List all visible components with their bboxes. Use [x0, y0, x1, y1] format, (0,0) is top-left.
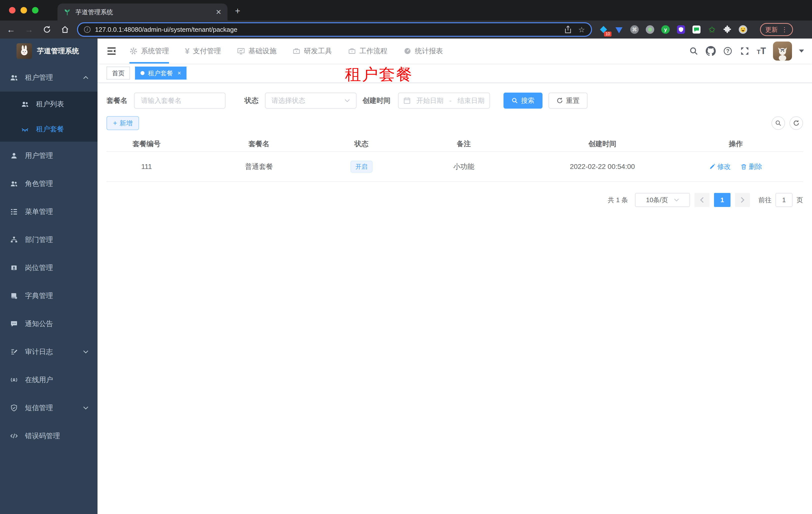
sidebar-item-notice[interactable]: 通知公告 — [0, 310, 97, 338]
back-icon[interactable]: ← — [4, 23, 18, 36]
column-header: 备注 — [391, 136, 536, 152]
tag-close-icon[interactable]: × — [177, 70, 181, 77]
navbar-right-icons: ? TT — [689, 42, 812, 60]
sidebar-item-tenant-package[interactable]: 租户套餐 — [0, 117, 97, 142]
goto-page-input[interactable] — [776, 193, 792, 207]
avatar-caret-down-icon[interactable] — [799, 50, 804, 53]
bookmark-star-icon[interactable]: ☆ — [578, 25, 585, 34]
extension-chat-icon[interactable] — [692, 25, 701, 34]
sidebar-item-dict-management[interactable]: 字典管理 — [0, 282, 97, 310]
gear-icon — [129, 47, 138, 55]
nav-item-workflow[interactable]: 工作流程 — [348, 38, 387, 63]
sidebar-item-menu-management[interactable]: 菜单管理 — [0, 198, 97, 226]
page-number-button[interactable]: 1 — [714, 193, 730, 207]
sidebar-item-sms-management[interactable]: 短信管理 — [0, 394, 97, 422]
chevron-left-icon — [700, 197, 704, 203]
page-size-select[interactable]: 10条/页 — [635, 193, 690, 207]
nav-item-system[interactable]: 系统管理 — [129, 38, 169, 63]
extension-gem-icon[interactable] — [614, 25, 624, 34]
share-icon[interactable] — [564, 26, 572, 33]
sidebar-item-post-management[interactable]: 岗位管理 — [0, 254, 97, 282]
reset-button-label: 重置 — [566, 96, 580, 105]
browser-update-button[interactable]: 更新 ⋮ — [760, 23, 793, 36]
column-header: 套餐名 — [186, 136, 331, 152]
extension-smiley-icon[interactable] — [738, 25, 748, 34]
browser-tab[interactable]: 芋道管理系统 ✕ — [58, 3, 228, 21]
fullscreen-icon[interactable] — [740, 46, 750, 56]
extension-star-icon[interactable]: ✩ — [707, 25, 717, 34]
github-icon[interactable] — [706, 46, 716, 56]
window-zoom-button[interactable] — [32, 7, 38, 13]
show-search-icon[interactable] — [772, 116, 785, 130]
extension-command-icon[interactable]: ⌘ — [630, 25, 639, 34]
date-end-placeholder: 结束日期 — [458, 96, 485, 105]
user-avatar[interactable] — [773, 42, 792, 60]
sidebar-collapse-icon[interactable] — [97, 47, 116, 55]
extension-y-icon[interactable]: y — [661, 25, 670, 34]
edit-link[interactable]: 修改 — [709, 162, 731, 171]
cell-status: 开启 — [331, 152, 392, 182]
package-name-input[interactable] — [141, 97, 219, 105]
add-button[interactable]: + 新增 — [107, 116, 139, 130]
forward-icon[interactable]: → — [22, 23, 36, 36]
sidebar: 芋道管理系统 租户管理 — [0, 38, 97, 514]
tag-home[interactable]: 首页 — [107, 66, 130, 80]
tab-favicon-plant-icon — [63, 8, 71, 16]
home-icon[interactable] — [58, 23, 72, 36]
edit-link-label: 修改 — [717, 162, 731, 171]
peoples-icon — [10, 180, 18, 188]
browser-menu-icon[interactable]: ⋮ — [781, 26, 788, 33]
status-select[interactable]: 请选择状态 — [265, 92, 356, 109]
date-start-placeholder: 开始日期 — [416, 96, 443, 105]
sidebar-item-label: 租户列表 — [36, 99, 64, 109]
page-unit-label: 页 — [796, 196, 803, 205]
sidebar-item-role-management[interactable]: 角色管理 — [0, 170, 97, 198]
sidebar-item-label: 通知公告 — [25, 319, 53, 329]
help-icon[interactable]: ? — [723, 46, 733, 56]
reload-icon[interactable] — [40, 23, 54, 36]
tag-tenant-package[interactable]: 租户套餐 × — [135, 66, 186, 80]
nav-item-dev-tools[interactable]: 研发工具 — [292, 38, 332, 63]
refresh-table-icon[interactable] — [789, 116, 803, 130]
sidebar-item-tenant-management[interactable]: 租户管理 — [0, 63, 97, 91]
font-size-icon[interactable]: TT — [757, 47, 766, 56]
sidebar-item-department-management[interactable]: 部门管理 — [0, 226, 97, 254]
window-minimize-button[interactable] — [21, 7, 27, 13]
delete-link[interactable]: 删除 — [741, 162, 762, 171]
extension-dot-icon[interactable] — [645, 25, 655, 34]
sidebar-item-audit-log[interactable]: 审计日志 — [0, 338, 97, 366]
app-window: 芋道管理系统 租户管理 — [0, 38, 812, 514]
new-tab-button[interactable]: + — [235, 6, 240, 16]
tab-title: 芋道管理系统 — [76, 8, 212, 16]
tenant-submenu: 租户列表 租户套餐 — [0, 91, 97, 142]
column-header: 状态 — [331, 136, 392, 152]
create-time-range-picker[interactable]: 开始日期 - 结束日期 — [398, 92, 490, 109]
address-bar[interactable]: i 127.0.0.1:48080/admin-ui/system/tenant… — [77, 22, 592, 37]
sidebar-item-error-code[interactable]: 错误码管理 — [0, 422, 97, 450]
lashes-icon — [21, 125, 29, 133]
nav-item-payment[interactable]: ¥ 支付管理 — [185, 38, 221, 63]
nav-item-reports[interactable]: 统计报表 — [404, 38, 443, 63]
logo-rabbit-image — [17, 43, 32, 59]
url-text[interactable]: 127.0.0.1:48080/admin-ui/system/tenant/p… — [95, 26, 564, 33]
cell-package-id: 111 — [107, 152, 186, 182]
extensions-puzzle-icon[interactable] — [723, 25, 732, 34]
extension-shield-icon[interactable] — [676, 25, 686, 34]
header-search-icon[interactable] — [689, 46, 699, 56]
next-page-button[interactable] — [735, 193, 750, 207]
logo-row[interactable]: 芋道管理系统 — [0, 38, 97, 63]
reset-button[interactable]: 重置 — [549, 92, 587, 109]
sidebar-item-user-management[interactable]: 用户管理 — [0, 142, 97, 170]
tab-close-icon[interactable]: ✕ — [216, 8, 222, 16]
sidebar-item-label: 部门管理 — [25, 235, 53, 244]
window-close-button[interactable] — [9, 7, 16, 13]
site-info-icon[interactable]: i — [84, 26, 90, 33]
sidebar-item-online-users[interactable]: 在线用户 — [0, 366, 97, 394]
sidebar-item-tenant-list[interactable]: 租户列表 — [0, 91, 97, 117]
extension-diamond-icon[interactable]: 10 — [599, 25, 608, 34]
search-button[interactable]: 搜索 — [503, 92, 543, 109]
prev-page-button[interactable] — [695, 193, 709, 207]
nav-item-infrastructure[interactable]: 基础设施 — [237, 38, 277, 63]
peoples-icon — [10, 74, 18, 82]
tree-table-icon — [10, 208, 18, 216]
